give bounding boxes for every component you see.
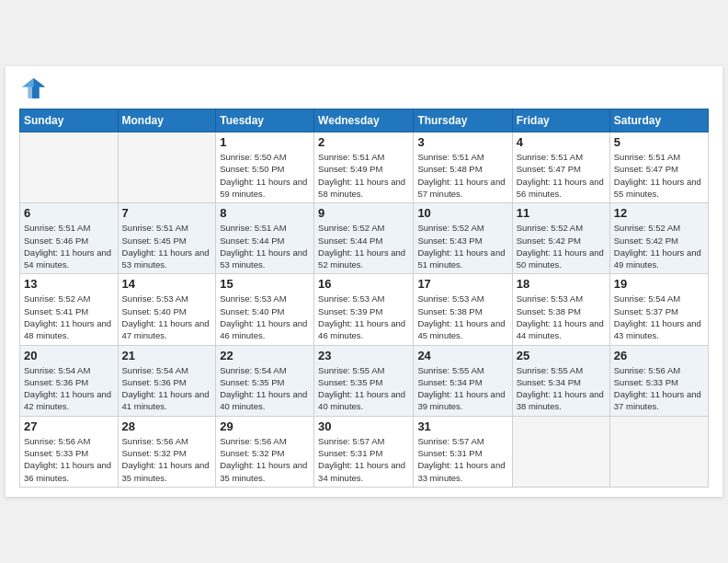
day-number: 15 bbox=[220, 277, 310, 291]
day-cell: 3Sunrise: 5:51 AMSunset: 5:48 PMDaylight… bbox=[414, 132, 512, 203]
weekday-thursday: Thursday bbox=[414, 109, 512, 132]
week-row-1: 6Sunrise: 5:51 AMSunset: 5:46 PMDaylight… bbox=[20, 203, 709, 274]
day-number: 31 bbox=[417, 419, 507, 433]
day-cell: 5Sunrise: 5:51 AMSunset: 5:47 PMDaylight… bbox=[609, 132, 708, 203]
day-cell: 10Sunrise: 5:52 AMSunset: 5:43 PMDayligh… bbox=[414, 203, 512, 274]
day-number: 13 bbox=[24, 277, 114, 291]
day-number: 28 bbox=[122, 419, 212, 433]
day-cell: 24Sunrise: 5:55 AMSunset: 5:34 PMDayligh… bbox=[414, 345, 512, 416]
day-info: Sunrise: 5:51 AMSunset: 5:44 PMDaylight:… bbox=[220, 222, 310, 270]
day-info: Sunrise: 5:51 AMSunset: 5:49 PMDaylight:… bbox=[318, 151, 409, 200]
day-cell bbox=[512, 416, 609, 487]
day-cell: 15Sunrise: 5:53 AMSunset: 5:40 PMDayligh… bbox=[216, 274, 314, 345]
day-info: Sunrise: 5:54 AMSunset: 5:37 PMDaylight:… bbox=[614, 293, 704, 341]
day-cell: 25Sunrise: 5:55 AMSunset: 5:34 PMDayligh… bbox=[512, 345, 609, 416]
day-number: 12 bbox=[614, 206, 704, 220]
weekday-monday: Monday bbox=[118, 109, 216, 132]
day-cell bbox=[20, 132, 119, 203]
day-number: 6 bbox=[24, 206, 114, 220]
day-info: Sunrise: 5:51 AMSunset: 5:45 PMDaylight:… bbox=[122, 222, 212, 270]
week-row-3: 20Sunrise: 5:54 AMSunset: 5:36 PMDayligh… bbox=[20, 345, 709, 416]
day-cell: 1Sunrise: 5:50 AMSunset: 5:50 PMDaylight… bbox=[216, 132, 314, 203]
logo bbox=[19, 75, 49, 101]
day-cell: 7Sunrise: 5:51 AMSunset: 5:45 PMDaylight… bbox=[118, 203, 216, 274]
day-cell: 2Sunrise: 5:51 AMSunset: 5:49 PMDaylight… bbox=[314, 132, 414, 203]
day-number: 18 bbox=[517, 277, 606, 291]
day-cell: 22Sunrise: 5:54 AMSunset: 5:35 PMDayligh… bbox=[216, 345, 314, 416]
weekday-friday: Friday bbox=[512, 109, 609, 132]
day-number: 8 bbox=[220, 206, 310, 220]
day-info: Sunrise: 5:54 AMSunset: 5:35 PMDaylight:… bbox=[220, 364, 310, 413]
day-info: Sunrise: 5:53 AMSunset: 5:39 PMDaylight:… bbox=[318, 293, 409, 341]
day-cell: 27Sunrise: 5:56 AMSunset: 5:33 PMDayligh… bbox=[20, 416, 119, 487]
day-cell: 26Sunrise: 5:56 AMSunset: 5:33 PMDayligh… bbox=[609, 345, 708, 416]
day-info: Sunrise: 5:54 AMSunset: 5:36 PMDaylight:… bbox=[122, 364, 212, 413]
day-cell: 31Sunrise: 5:57 AMSunset: 5:31 PMDayligh… bbox=[414, 416, 512, 487]
day-info: Sunrise: 5:55 AMSunset: 5:34 PMDaylight:… bbox=[517, 364, 606, 413]
day-info: Sunrise: 5:54 AMSunset: 5:36 PMDaylight:… bbox=[24, 364, 114, 413]
weekday-header-row: SundayMondayTuesdayWednesdayThursdayFrid… bbox=[20, 109, 709, 132]
day-info: Sunrise: 5:56 AMSunset: 5:32 PMDaylight:… bbox=[220, 435, 310, 484]
svg-rect-2 bbox=[19, 75, 32, 101]
day-number: 20 bbox=[24, 349, 114, 362]
day-cell: 6Sunrise: 5:51 AMSunset: 5:46 PMDaylight… bbox=[20, 203, 119, 274]
day-number: 3 bbox=[417, 135, 507, 149]
day-info: Sunrise: 5:57 AMSunset: 5:31 PMDaylight:… bbox=[417, 435, 507, 484]
day-info: Sunrise: 5:52 AMSunset: 5:44 PMDaylight:… bbox=[318, 222, 409, 270]
day-number: 19 bbox=[614, 277, 704, 291]
day-info: Sunrise: 5:53 AMSunset: 5:40 PMDaylight:… bbox=[220, 293, 310, 341]
day-cell: 17Sunrise: 5:53 AMSunset: 5:38 PMDayligh… bbox=[414, 274, 512, 345]
day-cell: 4Sunrise: 5:51 AMSunset: 5:47 PMDaylight… bbox=[512, 132, 609, 203]
day-cell: 18Sunrise: 5:53 AMSunset: 5:38 PMDayligh… bbox=[512, 274, 609, 345]
day-cell: 20Sunrise: 5:54 AMSunset: 5:36 PMDayligh… bbox=[20, 345, 119, 416]
day-number: 23 bbox=[318, 349, 409, 362]
day-number: 4 bbox=[517, 135, 606, 149]
calendar-body: 1Sunrise: 5:50 AMSunset: 5:50 PMDaylight… bbox=[20, 132, 709, 488]
day-info: Sunrise: 5:56 AMSunset: 5:33 PMDaylight:… bbox=[614, 364, 704, 413]
day-number: 7 bbox=[122, 206, 212, 220]
day-info: Sunrise: 5:51 AMSunset: 5:47 PMDaylight:… bbox=[517, 151, 606, 200]
day-number: 22 bbox=[220, 349, 310, 362]
day-number: 1 bbox=[220, 135, 310, 149]
day-number: 17 bbox=[417, 277, 507, 291]
day-number: 9 bbox=[318, 206, 409, 220]
day-cell: 8Sunrise: 5:51 AMSunset: 5:44 PMDaylight… bbox=[216, 203, 314, 274]
day-number: 30 bbox=[318, 419, 409, 433]
day-cell: 12Sunrise: 5:52 AMSunset: 5:42 PMDayligh… bbox=[609, 203, 708, 274]
day-info: Sunrise: 5:55 AMSunset: 5:34 PMDaylight:… bbox=[417, 364, 507, 413]
day-number: 21 bbox=[122, 349, 212, 362]
day-cell: 23Sunrise: 5:55 AMSunset: 5:35 PMDayligh… bbox=[314, 345, 414, 416]
day-info: Sunrise: 5:53 AMSunset: 5:40 PMDaylight:… bbox=[122, 293, 212, 341]
day-info: Sunrise: 5:52 AMSunset: 5:41 PMDaylight:… bbox=[24, 293, 114, 341]
day-info: Sunrise: 5:56 AMSunset: 5:32 PMDaylight:… bbox=[122, 435, 212, 484]
day-cell: 29Sunrise: 5:56 AMSunset: 5:32 PMDayligh… bbox=[216, 416, 314, 487]
day-number: 26 bbox=[614, 349, 704, 362]
day-cell: 13Sunrise: 5:52 AMSunset: 5:41 PMDayligh… bbox=[20, 274, 119, 345]
day-number: 29 bbox=[220, 419, 310, 433]
day-info: Sunrise: 5:52 AMSunset: 5:42 PMDaylight:… bbox=[517, 222, 606, 270]
day-number: 16 bbox=[318, 277, 409, 291]
day-cell: 11Sunrise: 5:52 AMSunset: 5:42 PMDayligh… bbox=[512, 203, 609, 274]
day-cell: 19Sunrise: 5:54 AMSunset: 5:37 PMDayligh… bbox=[609, 274, 708, 345]
day-cell bbox=[118, 132, 216, 203]
day-number: 24 bbox=[417, 349, 507, 362]
calendar-container: SundayMondayTuesdayWednesdayThursdayFrid… bbox=[6, 66, 722, 497]
day-info: Sunrise: 5:57 AMSunset: 5:31 PMDaylight:… bbox=[318, 435, 409, 484]
day-info: Sunrise: 5:51 AMSunset: 5:46 PMDaylight:… bbox=[24, 222, 114, 270]
day-cell: 14Sunrise: 5:53 AMSunset: 5:40 PMDayligh… bbox=[118, 274, 216, 345]
day-cell: 16Sunrise: 5:53 AMSunset: 5:39 PMDayligh… bbox=[314, 274, 414, 345]
day-info: Sunrise: 5:53 AMSunset: 5:38 PMDaylight:… bbox=[417, 293, 507, 341]
day-number: 27 bbox=[24, 419, 114, 433]
day-number: 2 bbox=[318, 135, 409, 149]
day-number: 5 bbox=[614, 135, 704, 149]
day-info: Sunrise: 5:50 AMSunset: 5:50 PMDaylight:… bbox=[220, 151, 310, 200]
week-row-2: 13Sunrise: 5:52 AMSunset: 5:41 PMDayligh… bbox=[20, 274, 709, 345]
day-number: 14 bbox=[122, 277, 212, 291]
weekday-sunday: Sunday bbox=[20, 109, 119, 132]
day-cell: 30Sunrise: 5:57 AMSunset: 5:31 PMDayligh… bbox=[314, 416, 414, 487]
logo-icon bbox=[19, 75, 45, 101]
weekday-tuesday: Tuesday bbox=[216, 109, 314, 132]
calendar-table: SundayMondayTuesdayWednesdayThursdayFrid… bbox=[19, 109, 709, 488]
weekday-wednesday: Wednesday bbox=[314, 109, 414, 132]
week-row-4: 27Sunrise: 5:56 AMSunset: 5:33 PMDayligh… bbox=[20, 416, 709, 487]
